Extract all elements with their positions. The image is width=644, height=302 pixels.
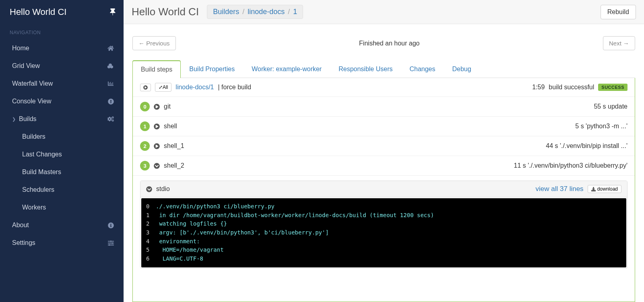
line-text: ./.venv/bin/python3 ci/blueberry.py [156, 202, 275, 211]
line-number: 0 [146, 202, 156, 211]
expand-all-button[interactable]: ⤢All [155, 83, 171, 92]
bar-chart-icon [107, 81, 114, 86]
cubes-icon [107, 63, 114, 69]
line-number: 3 [146, 228, 156, 237]
step-number: 0 [140, 102, 150, 111]
line-text: LANG=C.UTF-8 [156, 255, 203, 263]
stdio-title: stdio [156, 185, 170, 193]
download-label: download [597, 186, 618, 192]
home-icon [107, 45, 114, 51]
terminal-line: 0./.venv/bin/python3 ci/blueberry.py [146, 202, 621, 211]
nav-label: Workers [22, 204, 46, 211]
expand-all-label: All [163, 84, 168, 90]
nav-build-masters[interactable]: Build Masters [0, 163, 124, 181]
rebuild-button[interactable]: Rebuild [601, 5, 636, 19]
status-badge: SUCCESS [598, 84, 627, 91]
step-name: shell [164, 123, 177, 130]
topbar: Hello World CI Builders / linode-docs / … [124, 0, 644, 24]
nav-workers[interactable]: Workers [0, 199, 124, 216]
build-desc: | force build [218, 84, 251, 91]
chevron-down-icon[interactable] [146, 186, 152, 192]
step-row[interactable]: 3shell_211 s './.venv/bin/python3 ci/blu… [133, 156, 635, 176]
step-name: shell_2 [164, 162, 184, 169]
breadcrumb-build-number[interactable]: 1 [293, 8, 297, 16]
line-text: in dir /home/vagrant/buildbot-worker/wor… [156, 211, 434, 220]
line-number: 2 [146, 220, 156, 228]
previous-button[interactable]: ← Previous [132, 36, 176, 50]
stdio-block: stdio view all 37 lines download 0./.ven… [140, 181, 627, 269]
finished-text: Finished an hour ago [359, 40, 419, 47]
line-text: watching logfiles {} [156, 220, 227, 228]
nav-builders[interactable]: Builders [0, 128, 124, 146]
download-button[interactable]: download [588, 185, 621, 193]
line-number: 1 [146, 211, 156, 220]
step-name: git [164, 103, 171, 110]
nav-waterfall-view[interactable]: Waterfall View [0, 75, 124, 92]
nav-console-view[interactable]: Console View [0, 92, 124, 110]
step-number: 1 [140, 121, 150, 131]
chevron-down-icon[interactable] [154, 163, 160, 169]
nav-label: Grid View [12, 62, 40, 70]
nav-about[interactable]: About [0, 216, 124, 234]
step-summary: 11 s './.venv/bin/python3 ci/blueberry.p… [514, 162, 627, 169]
terminal-line: 5 HOME=/home/vagrant [146, 246, 621, 255]
terminal-line: 3 argv: [b'./.venv/bin/python3', b'ci/bl… [146, 228, 621, 237]
line-text: HOME=/home/vagrant [156, 246, 224, 255]
build-link[interactable]: linode-docs/1 [175, 84, 214, 91]
info-circle-icon [108, 222, 114, 228]
build-nav-row: ← Previous Finished an hour ago Next → [132, 36, 635, 50]
pin-icon[interactable] [110, 8, 116, 16]
step-row[interactable]: 2shell_144 s './.venv/bin/pip install ..… [133, 136, 635, 156]
step-number: 2 [140, 141, 150, 151]
nav-last-changes[interactable]: Last Changes [0, 146, 124, 163]
line-number: 4 [146, 237, 156, 246]
nav-schedulers[interactable]: Schedulers [0, 181, 124, 199]
terminal-output: 0./.venv/bin/python3 ci/blueberry.py1 in… [141, 198, 626, 267]
tab-debug[interactable]: Debug [444, 60, 480, 78]
toggle-step-button[interactable] [140, 84, 151, 91]
step-row[interactable]: 1shell5 s 'python3 -m ...' [133, 117, 635, 136]
nav-label: Settings [12, 239, 35, 247]
breadcrumb-sep: / [288, 8, 290, 16]
tab-build-properties[interactable]: Build Properties [181, 60, 243, 78]
tab-responsible-users[interactable]: Responsible Users [330, 60, 401, 78]
play-circle-icon[interactable] [154, 123, 160, 129]
page-title: Hello World CI [132, 6, 199, 18]
nav-label: Waterfall View [12, 80, 53, 87]
breadcrumb-builders[interactable]: Builders [213, 8, 239, 16]
main: Hello World CI Builders / linode-docs / … [124, 0, 644, 302]
nav-label: Console View [12, 98, 52, 105]
build-summary-row: ⤢All linode-docs/1 | force build 1:59 bu… [133, 78, 635, 97]
terminal-line: 6 LANG=C.UTF-8 [146, 255, 621, 263]
next-button[interactable]: Next → [603, 36, 635, 50]
build-status-text: build successful [549, 84, 594, 91]
terminal-line: 2 watching logfiles {} [146, 220, 621, 228]
cogs-icon [107, 116, 114, 122]
nav-label: Builds [19, 115, 37, 123]
step-summary: 55 s update [594, 103, 627, 110]
nav-grid-view[interactable]: Grid View [0, 57, 124, 75]
terminal-line: 1 in dir /home/vagrant/buildbot-worker/w… [146, 211, 621, 220]
app-title[interactable]: Hello World CI [10, 7, 66, 17]
step-row[interactable]: 0git55 s update [133, 97, 635, 117]
nav-settings[interactable]: Settings [0, 234, 124, 252]
tab-worker[interactable]: Worker: example-worker [243, 60, 330, 78]
play-circle-icon[interactable] [154, 143, 160, 149]
exclamation-circle-icon [108, 99, 114, 105]
tab-build-steps[interactable]: Build steps [132, 60, 181, 78]
tab-changes[interactable]: Changes [401, 60, 444, 78]
breadcrumb-builder-name[interactable]: linode-docs [248, 8, 285, 16]
nav-label: About [12, 222, 29, 229]
nav-builds[interactable]: ❯ Builds [0, 110, 124, 128]
sidebar: Hello World CI NAVIGATION Home Grid View… [0, 0, 124, 302]
terminal-line: 4 environment: [146, 237, 621, 246]
stdio-header: stdio view all 37 lines download [140, 181, 627, 197]
nav-home[interactable]: Home [0, 39, 124, 57]
play-circle-icon[interactable] [154, 104, 160, 110]
chevron-right-icon: ❯ [12, 117, 16, 122]
step-name: shell_1 [164, 142, 184, 150]
view-all-lines-link[interactable]: view all 37 lines [536, 185, 584, 193]
tabs: Build steps Build Properties Worker: exa… [132, 60, 635, 78]
steps-panel: ⤢All linode-docs/1 | force build 1:59 bu… [132, 78, 635, 302]
breadcrumb-sep: / [242, 8, 244, 16]
